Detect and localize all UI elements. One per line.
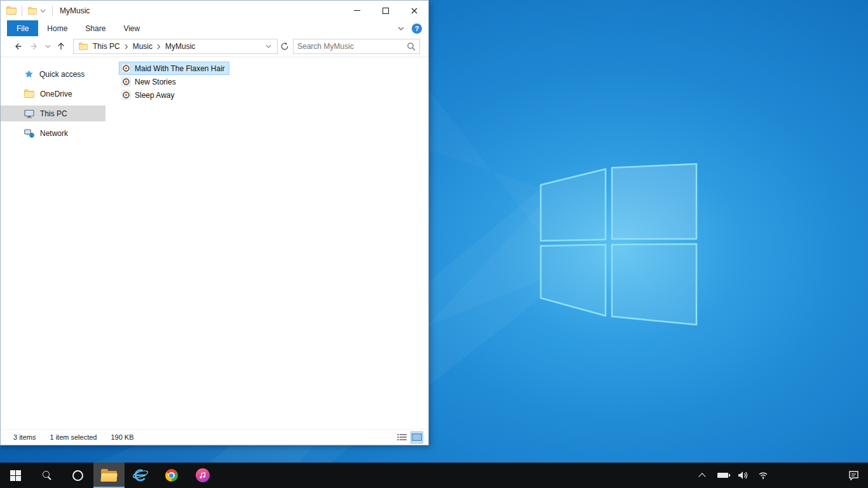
expand-ribbon-chevron-icon[interactable]: [398, 27, 404, 30]
status-bar: 3 items 1 item selected 190 KB: [1, 429, 428, 445]
status-item-count: 3 items: [13, 433, 36, 441]
star-icon: [24, 69, 34, 79]
sidebar-item-label: Network: [40, 129, 68, 138]
address-bar[interactable]: This PC Music MyMusic: [73, 39, 278, 54]
file-name: Sleep Away: [135, 91, 175, 100]
close-button[interactable]: [400, 1, 428, 20]
audio-file-icon: [121, 64, 131, 73]
sidebar-item-quick-access[interactable]: Quick access: [1, 66, 105, 82]
window-body: Quick access OneDrive This PC Network Ma…: [1, 57, 428, 429]
sidebar-item-label: Quick access: [39, 70, 85, 79]
network-icon: [24, 129, 34, 138]
maximize-icon: [383, 8, 389, 14]
minimize-icon: [354, 10, 360, 11]
taskbar-file-explorer-button[interactable]: [93, 463, 125, 488]
titlebar-separator-2: [52, 6, 53, 16]
file-name: Maid With The Flaxen Hair: [135, 64, 225, 73]
back-button[interactable]: [10, 38, 26, 55]
file-explorer-window: MyMusic File Home Share View: [0, 0, 429, 445]
tab-file[interactable]: File: [7, 20, 38, 36]
recent-locations-chevron-icon[interactable]: [43, 38, 53, 55]
help-icon[interactable]: [412, 24, 422, 34]
itunes-icon: [196, 468, 210, 482]
breadcrumb-mymusic[interactable]: MyMusic: [161, 42, 199, 51]
status-selection: 1 item selected: [50, 433, 97, 441]
cortana-icon: [72, 470, 83, 481]
folder-icon: [24, 90, 34, 98]
breadcrumb-chevron-icon[interactable]: [124, 44, 129, 50]
chrome-icon: [165, 469, 178, 482]
taskbar-itunes-button[interactable]: [187, 463, 218, 488]
action-center-icon: [848, 470, 859, 480]
search-icon[interactable]: [407, 42, 416, 51]
taskbar-chrome-button[interactable]: [156, 463, 187, 488]
ribbon-right-controls: [398, 20, 428, 36]
search-box[interactable]: [293, 39, 420, 54]
close-icon: [411, 8, 417, 14]
taskbar: [0, 463, 868, 488]
taskbar-internet-explorer-button[interactable]: [125, 463, 156, 488]
file-item-new-stories[interactable]: New Stories: [119, 75, 180, 88]
wifi-icon: [758, 471, 768, 480]
file-item-maid-with-the-flaxen-hair[interactable]: Maid With The Flaxen Hair: [119, 62, 229, 75]
battery-icon: [717, 473, 728, 478]
battery-indicator[interactable]: [717, 463, 728, 488]
tab-view[interactable]: View: [114, 20, 149, 36]
titlebar-separator: [22, 6, 22, 16]
status-size: 190 KB: [111, 433, 133, 441]
cortana-button[interactable]: [62, 463, 93, 488]
explorer-window-icon: [6, 5, 17, 17]
large-icons-view-icon: [412, 433, 422, 441]
computer-icon: [24, 109, 34, 118]
up-button[interactable]: [53, 38, 69, 55]
tab-home[interactable]: Home: [38, 20, 76, 36]
tab-share[interactable]: Share: [76, 20, 114, 36]
maximize-button[interactable]: [371, 1, 400, 20]
audio-file-icon: [121, 77, 131, 86]
action-center-button[interactable]: [839, 463, 868, 488]
titlebar[interactable]: MyMusic: [1, 1, 428, 20]
details-view-icon: [397, 433, 407, 441]
qat-customize-chevron-icon[interactable]: [41, 7, 46, 12]
sidebar-item-this-pc[interactable]: This PC: [1, 105, 105, 121]
file-name: New Stories: [135, 78, 176, 86]
navigation-pane: Quick access OneDrive This PC Network: [1, 57, 105, 429]
search-input[interactable]: [297, 42, 407, 51]
file-list[interactable]: Maid With The Flaxen Hair New Stories Sl…: [105, 57, 428, 429]
volume-indicator[interactable]: [737, 463, 749, 488]
file-item-sleep-away[interactable]: Sleep Away: [119, 88, 179, 102]
breadcrumb-chevron-icon-2[interactable]: [156, 44, 161, 50]
window-title: MyMusic: [60, 6, 90, 15]
large-icons-view-button[interactable]: [410, 431, 423, 444]
navigation-bar: This PC Music MyMusic: [1, 36, 428, 57]
sidebar-item-label: This PC: [40, 109, 67, 118]
address-dropdown-chevron-icon[interactable]: [262, 44, 275, 48]
chevron-up-icon: [698, 473, 705, 480]
breadcrumb-this-pc[interactable]: This PC: [89, 42, 124, 51]
ribbon-tab-bar: File Home Share View: [1, 20, 428, 36]
refresh-button[interactable]: [278, 38, 292, 55]
sidebar-item-label: OneDrive: [40, 90, 72, 98]
system-tray: [696, 463, 769, 488]
window-controls: [342, 1, 428, 20]
windows-logo-icon: [10, 470, 21, 481]
view-switcher: [395, 431, 423, 444]
taskbar-search-button[interactable]: [31, 463, 62, 488]
address-folder-icon: [78, 41, 89, 52]
file-explorer-icon: [101, 470, 117, 482]
network-indicator[interactable]: [757, 463, 769, 488]
quick-access-toolbar-folder-icon[interactable]: [27, 5, 38, 17]
start-button[interactable]: [0, 463, 31, 488]
breadcrumb-music[interactable]: Music: [129, 42, 156, 51]
details-view-button[interactable]: [395, 431, 408, 444]
sidebar-item-onedrive[interactable]: OneDrive: [1, 86, 105, 102]
forward-button[interactable]: [26, 38, 43, 55]
show-hidden-icons-button[interactable]: [696, 463, 708, 488]
search-icon: [42, 470, 52, 480]
speaker-icon: [738, 471, 748, 480]
sidebar-item-network[interactable]: Network: [1, 125, 105, 141]
internet-explorer-icon: [132, 467, 149, 484]
minimize-button[interactable]: [342, 1, 371, 20]
audio-file-icon: [121, 90, 131, 100]
